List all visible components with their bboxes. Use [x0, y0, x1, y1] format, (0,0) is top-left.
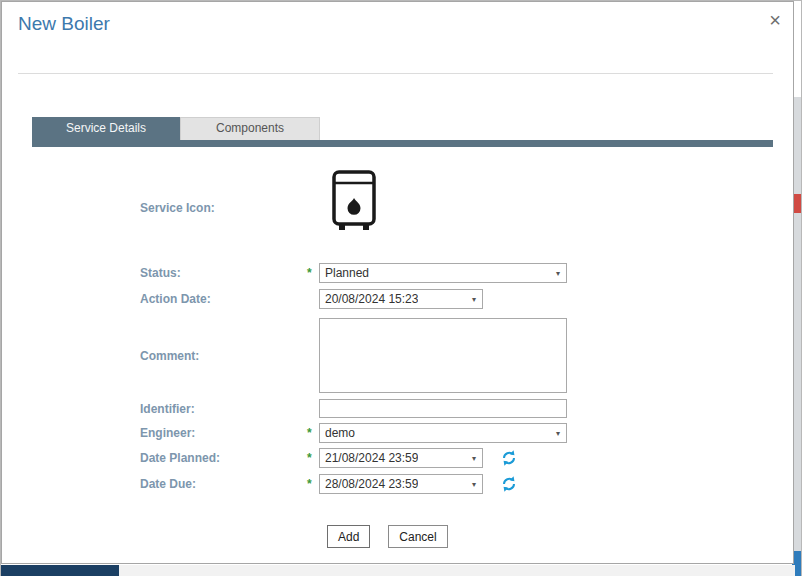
- action-date-value: 20/08/2024 15:23: [325, 292, 418, 306]
- chevron-down-icon[interactable]: ▾: [466, 295, 482, 304]
- dialog-title: New Boiler: [18, 13, 110, 35]
- action-date-row: Action Date: 20/08/2024 15:23 ▾: [140, 289, 483, 309]
- new-boiler-dialog: New Boiler × Service Details Components …: [1, 1, 794, 564]
- date-due-picker[interactable]: 28/08/2024 23:59 ▾: [319, 474, 483, 494]
- date-due-label: Date Due:: [140, 477, 307, 491]
- boiler-icon: [327, 168, 381, 238]
- status-label: Status:: [140, 266, 307, 280]
- date-planned-picker[interactable]: 21/08/2024 23:59 ▾: [319, 448, 483, 468]
- identifier-row: Identifier:: [140, 399, 567, 418]
- refresh-icon[interactable]: [500, 475, 518, 493]
- tab-components[interactable]: Components: [180, 117, 320, 140]
- chevron-down-icon[interactable]: ▾: [550, 269, 566, 278]
- identifier-label: Identifier:: [140, 402, 307, 416]
- action-date-label: Action Date:: [140, 292, 307, 306]
- status-value: Planned: [325, 266, 369, 280]
- engineer-select[interactable]: demo ▾: [319, 423, 567, 443]
- date-planned-required-asterisk: *: [307, 451, 319, 465]
- identifier-input[interactable]: [319, 399, 567, 418]
- chevron-down-icon[interactable]: ▾: [466, 454, 482, 463]
- status-select[interactable]: Planned ▾: [319, 263, 567, 283]
- add-button[interactable]: Add: [327, 525, 370, 548]
- engineer-label: Engineer:: [140, 426, 307, 440]
- engineer-required-asterisk: *: [307, 426, 319, 440]
- status-required-asterisk: *: [307, 266, 319, 280]
- engineer-row: Engineer: * demo ▾: [140, 423, 567, 443]
- status-row: Status: * Planned ▾: [140, 263, 567, 283]
- date-due-row: Date Due: * 28/08/2024 23:59 ▾: [140, 474, 518, 494]
- comment-label: Comment:: [140, 349, 307, 363]
- screen: New Boiler × Service Details Components …: [0, 0, 802, 576]
- date-planned-label: Date Planned:: [140, 451, 307, 465]
- service-icon-row: Service Icon:: [140, 201, 307, 215]
- date-planned-value: 21/08/2024 23:59: [325, 451, 418, 465]
- tab-bar: Service Details Components: [32, 117, 320, 140]
- service-icon-label: Service Icon:: [140, 201, 307, 215]
- date-due-value: 28/08/2024 23:59: [325, 477, 418, 491]
- engineer-value: demo: [325, 426, 355, 440]
- header-divider: [18, 73, 773, 74]
- date-due-required-asterisk: *: [307, 477, 319, 491]
- background-bottom-bar: [1, 565, 795, 576]
- action-date-picker[interactable]: 20/08/2024 15:23 ▾: [319, 289, 483, 309]
- tab-service-details[interactable]: Service Details: [32, 117, 180, 140]
- comment-row: Comment:: [140, 318, 567, 393]
- chevron-down-icon[interactable]: ▾: [550, 429, 566, 438]
- cancel-button[interactable]: Cancel: [388, 525, 447, 548]
- chevron-down-icon[interactable]: ▾: [466, 480, 482, 489]
- refresh-icon[interactable]: [500, 449, 518, 467]
- close-icon[interactable]: ×: [769, 10, 781, 30]
- date-planned-row: Date Planned: * 21/08/2024 23:59 ▾: [140, 448, 518, 468]
- tab-strip: [32, 140, 773, 147]
- background-navy-bar: [1, 565, 119, 576]
- comment-input[interactable]: [319, 318, 567, 393]
- dialog-buttons: Add Cancel: [327, 525, 448, 548]
